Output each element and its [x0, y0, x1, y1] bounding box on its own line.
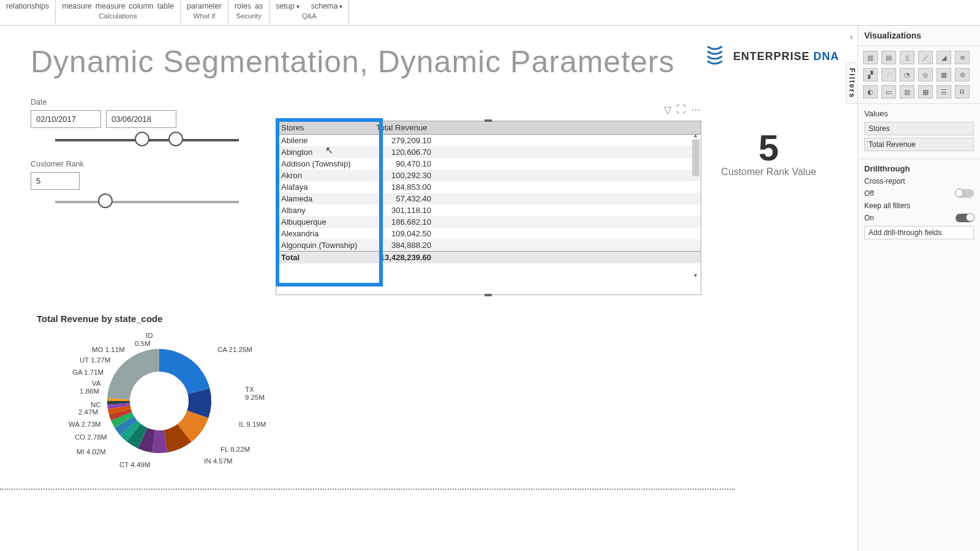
col-header-stores[interactable]: Stores — [276, 121, 371, 135]
date-from-input[interactable]: 02/10/2017 — [31, 110, 101, 128]
ribbon-btn[interactable]: relationships — [6, 2, 49, 10]
ribbon-btn[interactable]: parameter — [187, 2, 222, 10]
rank-slicer[interactable]: Customer Rank 5 — [31, 160, 263, 203]
field-stores[interactable]: Stores — [864, 122, 974, 135]
ribbon-btn[interactable]: roles — [235, 2, 251, 10]
cell-store: Alameda — [276, 193, 371, 204]
donut-label: CA 21.25M — [217, 346, 252, 353]
table-row[interactable]: Alexandria109,042.50 — [276, 228, 701, 239]
ribbon-btn[interactable]: table — [157, 2, 174, 10]
viz-picker[interactable]: ▥ ▤ ▯ ／ ◢ ≋ ▞ ∴ ◔ ◎ ▦ ⊚ ◐ ▭ ▥ ▦ ☰ R — [858, 46, 980, 103]
cell-store: Albuquerque — [276, 216, 371, 228]
viz-r-icon[interactable]: R — [955, 85, 970, 99]
ribbon-btn[interactable]: column — [129, 2, 153, 10]
viz-ribbon-icon[interactable]: ≋ — [955, 51, 970, 64]
table-row[interactable]: Akron100,292.30 — [276, 170, 701, 181]
table-row[interactable]: Abilene279,209.10 — [276, 135, 701, 147]
table-row[interactable]: Albuquerque186,682.10 — [276, 216, 701, 228]
viz-waterfall-icon[interactable]: ▞ — [863, 68, 878, 81]
viz-donut-icon[interactable]: ◎ — [918, 68, 933, 81]
collapse-pane-icon[interactable]: ‹ — [846, 32, 857, 42]
cell-store: Akron — [276, 170, 371, 181]
page-tabs-divider — [0, 489, 735, 490]
pane-title: Visualizations — [864, 31, 921, 40]
ribbon-group-label: Security — [236, 12, 262, 20]
filter-icon[interactable]: ▽ — [664, 104, 671, 116]
viz-area-icon[interactable]: ◢ — [937, 51, 951, 64]
card-label: Customer Rank Value — [714, 167, 824, 178]
viz-pie-icon[interactable]: ◔ — [900, 68, 914, 81]
ribbon-btn[interactable]: as — [255, 2, 263, 10]
ribbon-btn[interactable]: schema — [311, 2, 343, 10]
slider-handle-to[interactable] — [168, 132, 183, 146]
donut-slice[interactable] — [107, 349, 159, 399]
cursor-icon: ↖ — [325, 144, 333, 156]
table-row[interactable]: Alameda57,432.40 — [276, 193, 701, 204]
resize-handle[interactable] — [484, 294, 492, 296]
scroll-down-icon[interactable]: ▾ — [691, 271, 699, 280]
brand-logo: ENTERPRISE DNA — [703, 44, 839, 69]
viz-line-icon[interactable]: ／ — [918, 51, 933, 64]
table-row[interactable]: Alafaya184,853.00 — [276, 181, 701, 193]
donut-label: 9.25M — [245, 394, 265, 401]
cross-report-label: Cross-report — [864, 177, 974, 186]
donut-slice[interactable] — [159, 349, 209, 394]
viz-stacked-bar-icon[interactable]: ▥ — [863, 51, 878, 64]
add-drill-fields[interactable]: Add drill-through fields — [864, 226, 974, 239]
donut-chart[interactable]: Total Revenue by state_code CA 21.25MTX9… — [37, 313, 300, 487]
data-table[interactable]: Stores Total Revenue Abilene279,209.10Ab… — [276, 121, 701, 263]
table-row[interactable]: Albany301,118.10 — [276, 204, 701, 216]
viz-scatter-icon[interactable]: ∴ — [881, 68, 896, 81]
viz-matrix-icon[interactable]: ▦ — [918, 85, 933, 99]
card-visual[interactable]: 5 Customer Rank Value — [714, 127, 824, 178]
viz-clustered-bar-icon[interactable]: ▤ — [881, 51, 896, 64]
slider-handle-rank[interactable] — [98, 193, 113, 208]
visualizations-pane[interactable]: ‹ Filters Visualizations ▥ ▤ ▯ ／ ◢ ≋ ▞ ∴… — [858, 26, 980, 551]
ribbon-btn[interactable]: measure — [96, 2, 126, 10]
cell-revenue: 279,209.10 — [371, 135, 701, 147]
rank-slider[interactable] — [55, 201, 239, 203]
cell-revenue: 109,042.50 — [371, 228, 701, 239]
cell-revenue: 301,118.10 — [371, 204, 701, 216]
date-slider[interactable] — [55, 139, 239, 141]
report-canvas: Dynamic Segmentation, Dynamic Parameters… — [0, 26, 858, 551]
filters-tab[interactable]: Filters — [846, 62, 858, 104]
values-header: Values — [864, 109, 974, 118]
cell-revenue: 184,853.00 — [371, 181, 701, 193]
slider-handle-from[interactable] — [135, 132, 149, 146]
focus-mode-icon[interactable]: ⛶ — [676, 104, 686, 116]
table-row[interactable]: Algonquin (Township)384,888.20 — [276, 239, 701, 252]
cell-revenue: 90,470.10 — [371, 158, 701, 170]
scroll-up-icon[interactable]: ▴ — [691, 131, 699, 140]
cell-revenue: 100,292.30 — [371, 170, 701, 181]
viz-treemap-icon[interactable]: ▦ — [937, 68, 951, 81]
ribbon-btn[interactable]: setup — [276, 2, 300, 10]
table-visual[interactable]: ▽ ⛶ ⋯ ↖ Stores Total Revenue Abilene279,… — [276, 121, 701, 295]
field-total-revenue[interactable]: Total Revenue — [864, 138, 974, 151]
scrollbar[interactable] — [692, 140, 699, 176]
date-slicer[interactable]: Date 02/10/2017 03/06/2018 — [31, 98, 263, 141]
viz-table-icon[interactable]: ▥ — [900, 85, 914, 99]
donut-label: VA — [92, 380, 101, 387]
cell-revenue: 186,682.10 — [371, 216, 701, 228]
date-to-input[interactable]: 03/06/2018 — [106, 110, 176, 128]
donut-label: NC — [91, 401, 101, 408]
viz-slicer-icon[interactable]: ☰ — [937, 85, 951, 99]
viz-gauge-icon[interactable]: ◐ — [863, 85, 878, 99]
off-label: Off — [864, 189, 874, 198]
rank-input[interactable]: 5 — [31, 172, 80, 190]
viz-map-icon[interactable]: ⊚ — [955, 68, 970, 81]
keep-filters-toggle[interactable] — [956, 214, 974, 222]
table-row[interactable]: Abington120,606.70 — [276, 146, 701, 158]
ribbon-spacer — [303, 2, 307, 10]
viz-column-icon[interactable]: ▯ — [900, 51, 914, 64]
cross-report-toggle[interactable] — [956, 189, 974, 198]
resize-handle[interactable] — [484, 119, 492, 122]
col-header-revenue[interactable]: Total Revenue — [371, 121, 701, 135]
donut-label: ID — [146, 332, 153, 339]
cell-store: Alafaya — [276, 181, 371, 193]
more-options-icon[interactable]: ⋯ — [691, 104, 701, 116]
table-row[interactable]: Addison (Township)90,470.10 — [276, 158, 701, 170]
viz-card-icon[interactable]: ▭ — [881, 85, 896, 99]
ribbon-btn[interactable]: measure — [62, 2, 92, 10]
